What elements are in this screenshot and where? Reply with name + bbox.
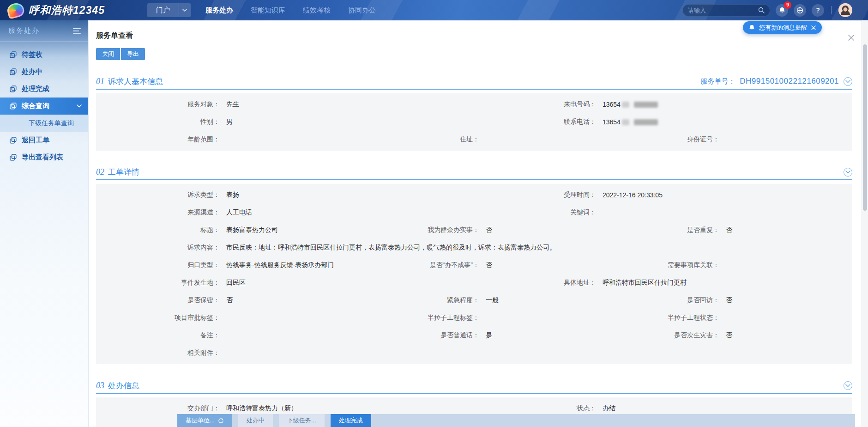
field: 是否重复： 否 [600, 226, 852, 234]
field-value: 否 [726, 331, 732, 340]
field-row: 相关附件： [96, 344, 852, 362]
field: 年龄范围： [96, 135, 348, 144]
message-toast[interactable]: 您有新的消息提醒 [743, 21, 822, 34]
field-row: 事件发生地： 回民区 具体地址： 呼和浩特市回民区什拉门更村 [96, 274, 852, 292]
field: 相关附件： [96, 349, 852, 357]
topbar-nav-item[interactable]: 协同办公 [348, 0, 376, 20]
field-label: 归口类型： [96, 261, 220, 269]
service-no-value: DH9915010022121609201 [740, 77, 839, 86]
masked-text [622, 102, 629, 108]
portal-menu-button[interactable]: 门户 [147, 3, 191, 17]
compass-button[interactable] [794, 4, 806, 17]
field: 受理时间： 2022-12-16 20:33:05 [348, 191, 852, 199]
field-value: 市民反映：地址：呼和浩特市回民区什拉门更村，表扬富泰热力公司，暖气热的很及时，诉… [226, 244, 556, 252]
bottom-tab-label: 处办中 [247, 414, 265, 427]
field: 事件发生地： 回民区 [96, 279, 348, 287]
bottom-tab[interactable]: 下级任务... [279, 414, 325, 427]
section-header-right [844, 168, 852, 177]
section-collapse-button[interactable] [844, 168, 852, 177]
sidebar-item[interactable]: 待签收 [0, 46, 88, 63]
field: 关键词： [348, 208, 852, 217]
bottom-tab[interactable]: 处理完成 [331, 414, 371, 427]
document-copy-icon [10, 154, 17, 161]
field-value: 呼和浩特富泰热力（新） [226, 404, 297, 413]
sidebar-item-label: 综合查询 [22, 102, 49, 110]
panel-close-button[interactable] [846, 33, 856, 43]
topbar-nav-item[interactable]: 智能知识库 [251, 0, 285, 20]
field: 是否保密： 否 [96, 296, 348, 305]
menu-collapse-icon[interactable] [72, 26, 82, 36]
field-value: 表扬 [226, 191, 239, 199]
field: 是否“办不成事”： 否 [348, 261, 600, 269]
sidebar-item-label: 处理完成 [22, 85, 49, 93]
field: 项目审批标签： [96, 314, 348, 322]
field-value: 13654 [603, 101, 658, 108]
avatar[interactable] [838, 3, 852, 17]
section-title: 处办信息 [108, 380, 139, 391]
sidebar: 服务处办 待签收 处办中 处理完成 综合查询 下级任务单查询 退回工单 导出查看… [0, 20, 89, 427]
field-row: 项目审批标签： 半拉子工程标签： 半拉子工程状态： [96, 309, 852, 327]
search-input[interactable] [688, 7, 754, 14]
section-collapse-button[interactable] [844, 381, 852, 390]
close-button[interactable]: 关闭 [96, 48, 120, 60]
field-label: 诉求内容： [96, 244, 220, 252]
scrollbar-thumb[interactable] [863, 44, 867, 211]
section-fields: 服务对象： 先生 来电号码： 13654 性别： 男 联系电话： 13654 年… [96, 93, 852, 151]
section-header: 01 诉求人基本信息 服务单号： DH9915010022121609201 [96, 74, 852, 90]
bottom-tab-label: 处理完成 [339, 414, 363, 427]
toast-text: 您有新的消息提醒 [759, 24, 807, 32]
field-label: 年龄范围： [96, 135, 220, 144]
field-value: 否 [726, 226, 732, 234]
field: 半拉子工程标签： [348, 314, 600, 322]
field: 标题： 表扬富泰热力公司 [96, 226, 348, 234]
field-label: 是否保密： [96, 296, 220, 305]
sidebar-item[interactable]: 导出查看列表 [0, 149, 88, 166]
search-icon[interactable] [758, 7, 765, 13]
bottom-tab[interactable]: 基层单位... [177, 414, 232, 427]
sidebar-item[interactable]: 退回工单 [0, 132, 88, 149]
notifications-button[interactable]: 9 [776, 4, 788, 17]
close-icon [848, 35, 854, 41]
bottom-tab-label: 下级任务... [287, 414, 316, 427]
field-label: 紧急程度： [348, 296, 479, 305]
field-label: 关键词： [348, 208, 596, 217]
document-copy-icon [10, 85, 17, 92]
topbar-nav-item[interactable]: 服务处办 [205, 0, 233, 20]
field-label: 性别： [96, 118, 220, 126]
notification-badge: 9 [784, 1, 791, 9]
chevron-down-icon[interactable] [179, 3, 191, 17]
field-label: 我为群众办实事： [348, 226, 479, 234]
field-row: 诉求内容： 市民反映：地址：呼和浩特市回民区什拉门更村，表扬富泰热力公司，暖气热… [96, 239, 852, 256]
field-value: 表扬富泰热力公司 [226, 226, 278, 234]
sidebar-item-label: 退回工单 [22, 136, 49, 145]
portal-label[interactable]: 门户 [147, 3, 179, 17]
bottom-tab[interactable]: 处办中 [238, 414, 273, 427]
field-label: 具体地址： [348, 279, 596, 287]
document-copy-icon [10, 103, 17, 110]
field: 住址： [348, 135, 600, 144]
field-value: 办结 [603, 404, 615, 413]
field-value: 一般 [486, 296, 499, 305]
logo-text: 呼和浩特12345 [29, 3, 105, 18]
field: 身份证号： [600, 135, 852, 144]
field-value: 否 [486, 226, 492, 234]
field: 备注： [96, 331, 348, 340]
sidebar-item[interactable]: 处理完成 [0, 80, 88, 98]
help-button[interactable]: ? [812, 4, 824, 17]
export-button[interactable]: 导出 [121, 48, 145, 60]
toast-close-button[interactable] [811, 25, 816, 30]
sidebar-item[interactable]: 综合查询 [0, 98, 88, 115]
main-panel: 服务单查看 关闭 导出 01 诉求人基本信息 服务单号： DH991501002… [89, 20, 862, 427]
chevron-down-icon [845, 80, 850, 83]
topbar-nav-item[interactable]: 绩效考核 [303, 0, 331, 20]
topbar-search[interactable] [682, 4, 770, 17]
refresh-icon [218, 418, 224, 424]
vertical-scrollbar [862, 20, 868, 427]
section-collapse-button[interactable] [844, 77, 852, 86]
field-row: 标题： 表扬富泰热力公司 我为群众办实事： 否 是否重复： 否 [96, 221, 852, 239]
sidebar-item[interactable]: 处办中 [0, 63, 88, 80]
toolbar: 关闭 导出 [96, 48, 852, 60]
sidebar-subitem[interactable]: 下级任务单查询 [0, 115, 88, 132]
field-label: 来电号码： [348, 100, 596, 109]
masked-text [634, 102, 658, 108]
